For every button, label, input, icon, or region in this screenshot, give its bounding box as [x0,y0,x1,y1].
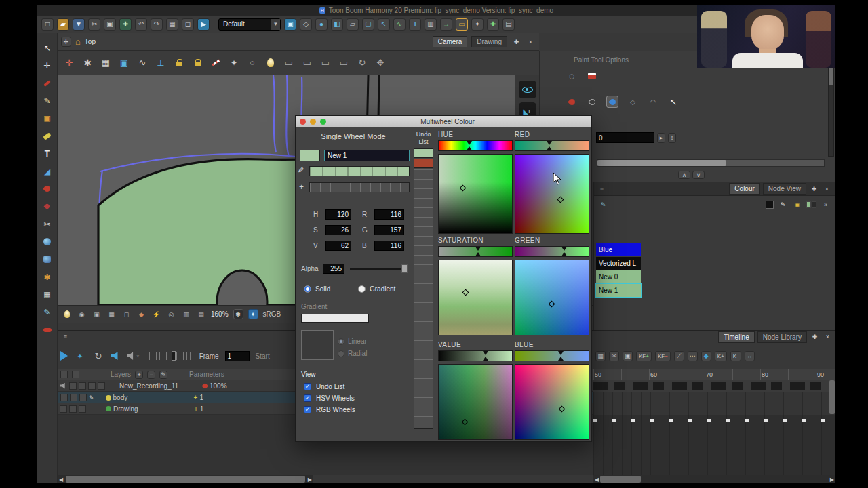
camera-mask-icon[interactable] [77,309,87,319]
paint-mode-icon[interactable] [568,98,576,106]
red-bar-marker-top[interactable] [547,141,552,145]
flat-tool-icon-2[interactable] [301,57,313,69]
timeline-vscrollbar-thumb[interactable] [829,380,835,414]
s-field[interactable]: 26 [326,225,351,235]
options-vscrollbar[interactable] [828,55,834,157]
grid-icon[interactable] [166,18,178,30]
add-view-icon[interactable] [511,37,521,47]
save-icon[interactable] [73,18,85,30]
alpha-slider-track[interactable] [350,268,407,270]
show-strokes-icon[interactable] [182,18,194,30]
hsv-wheels-checkbox[interactable] [304,394,311,402]
k-plus-button[interactable]: K+ [715,351,727,361]
single-wheel-mode-button[interactable]: Single Wheel Mode [296,132,411,140]
new-palette-icon[interactable] [792,200,802,210]
capsule-tool[interactable] [43,328,52,332]
row-toggle[interactable] [70,394,77,401]
sound-clip-icon[interactable] [609,351,619,361]
loop-icon[interactable] [92,350,104,362]
new-scene-icon[interactable] [41,18,54,30]
show-all-icon[interactable] [595,351,606,361]
scroll-left-icon[interactable] [58,476,64,483]
saturation-square[interactable] [438,260,513,336]
undo-list-checkbox[interactable] [304,383,311,390]
frame-input[interactable]: 1 [225,351,250,361]
tab-node-view[interactable]: Node View [763,183,806,195]
layer-props-icon[interactable] [502,18,515,30]
audio-speaker-icon[interactable] [60,383,67,389]
playback-mode-icon[interactable] [74,350,86,362]
row-toggle[interactable] [79,382,86,390]
tab-colour[interactable]: Colour [729,183,760,195]
focus-icon[interactable] [61,37,71,47]
zoom-level[interactable]: 160% [211,310,229,318]
lightbulb-icon[interactable] [267,58,274,67]
field-expand-icon[interactable] [657,133,665,143]
volume-slider[interactable] [146,352,193,360]
transform-tool[interactable] [42,60,52,70]
redo-icon[interactable] [151,18,163,30]
layer-name[interactable]: New_Recording_11 [119,382,201,390]
layers-header-toggle-1[interactable] [60,371,68,378]
hand-tool[interactable] [43,256,51,263]
blue-bar-marker-bottom[interactable] [558,357,564,361]
ruler-icon[interactable] [212,60,220,66]
paint-tool[interactable] [43,184,52,193]
scroll-right-icon[interactable] [829,476,835,483]
saturation-bar-marker-top[interactable] [475,247,481,251]
colorspace-label[interactable]: sRGB [263,310,281,318]
safe-area-icon[interactable] [118,57,130,69]
hue-square[interactable] [438,154,513,234]
timeline-hscrollbar-right[interactable] [593,475,835,483]
cutter-tool[interactable] [42,166,52,176]
hold-icon[interactable] [688,351,698,361]
swatch-pair-icon[interactable] [806,201,816,208]
home-icon[interactable] [75,37,81,47]
flat-tool-icon-4[interactable] [338,57,350,69]
align-bottom-icon[interactable] [155,57,167,69]
layer-color-dot[interactable] [106,395,111,401]
h-field[interactable]: 120 [326,209,351,220]
tolerance-field[interactable]: 0 [596,132,654,143]
row-toggle[interactable] [69,382,77,390]
colour-add-view-icon[interactable] [809,184,819,194]
select-parent-icon[interactable] [378,18,390,30]
paint-unpainted-icon[interactable] [588,98,597,106]
lasso-select-icon[interactable] [566,70,578,82]
audio-waveform-track[interactable] [593,380,835,392]
motion-ease-icon[interactable] [674,351,684,361]
empty-swatch-strip[interactable] [309,182,410,192]
alpha-slider-handle[interactable] [401,264,408,273]
workspace-dropdown-arrow[interactable]: ▼ [271,19,280,30]
copy-icon[interactable] [104,18,116,30]
onion-skin-icon[interactable] [136,57,149,69]
options-hscrollbar-thumb[interactable] [597,160,726,166]
add-peg-icon[interactable] [487,18,499,30]
play-button[interactable] [60,351,68,361]
tab-timeline[interactable]: Timeline [718,331,754,343]
colour-swatch-row[interactable]: New 0 [596,270,641,283]
show-grid-icon[interactable] [100,57,112,69]
panels-icon[interactable] [425,18,437,30]
delete-layer-icon[interactable] [147,371,155,379]
colour-name-input[interactable]: New 1 [324,150,410,161]
saturation-bar-marker-bottom[interactable] [475,252,481,256]
solid-radio[interactable] [304,285,311,293]
add-layer-icon[interactable] [135,371,143,379]
add-swatch-icon[interactable]: + [299,182,304,192]
layer-name[interactable]: Drawing [113,405,192,413]
preview-icon[interactable] [181,309,191,319]
lock-icon[interactable] [176,62,182,66]
pan-icon[interactable] [374,57,387,69]
select-tool[interactable] [42,43,52,53]
hue-bar[interactable] [438,140,513,151]
red-bar[interactable] [515,140,589,151]
pencil-tool[interactable] [42,96,52,106]
sound-on-icon[interactable] [111,352,121,360]
monitor-icon[interactable] [92,309,102,319]
dropper-icon[interactable] [298,166,304,175]
rotate-view-tool[interactable] [43,238,51,245]
gradient-radio[interactable] [358,285,366,293]
undo-icon[interactable] [135,18,147,30]
current-colour-swatch[interactable] [300,150,320,161]
